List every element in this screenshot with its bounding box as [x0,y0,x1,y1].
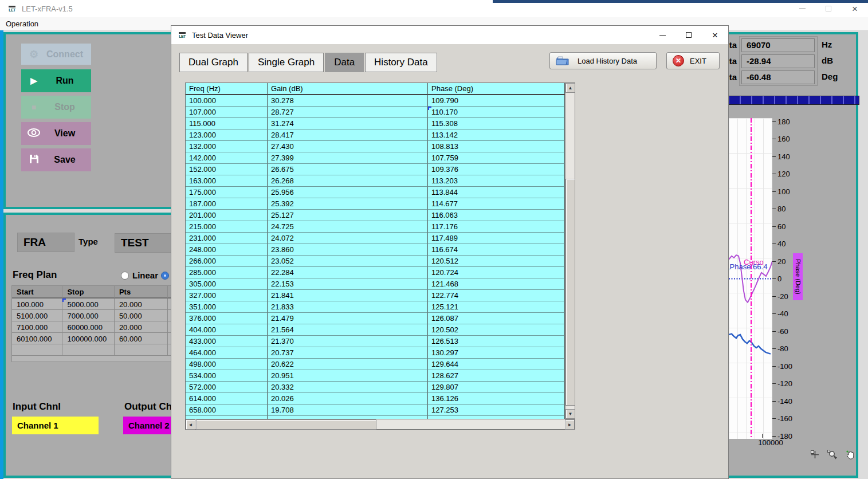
table-cell[interactable]: 187.000 [186,198,268,210]
table-cell[interactable]: 136.126 [428,393,565,405]
plan-cell[interactable]: 60100.000 [12,333,62,344]
table-cell[interactable]: 23.860 [268,244,428,256]
plan-cell[interactable]: 5000.000 [62,299,114,310]
table-cell[interactable]: 113.142 [428,129,565,141]
pan-hand-tool-icon[interactable] [846,450,856,460]
table-cell[interactable]: 658.000 [186,405,268,416]
table-cell[interactable]: 201.000 [186,210,268,221]
input-channel-select[interactable]: Channel 1 [12,417,99,434]
table-cell[interactable]: 109.790 [428,95,565,107]
table-cell[interactable]: 534.000 [186,370,268,382]
table-cell[interactable]: 120.724 [428,267,565,278]
table-cell[interactable]: 351.000 [186,301,268,313]
run-button[interactable]: ▶ Run [21,69,91,92]
radio-linear-circle-icon[interactable] [121,272,129,280]
table-cell[interactable]: 26.268 [268,175,428,187]
crosshair-tool-icon[interactable] [810,450,820,460]
table-cell[interactable]: 22.284 [268,267,428,278]
horizontal-scrollbar[interactable]: ◄ ► [186,419,575,429]
table-cell[interactable]: 305.000 [186,278,268,290]
scroll-left-button[interactable]: ◄ [186,419,195,430]
table-cell[interactable]: 126.513 [428,336,565,347]
connect-button[interactable]: ⚙ Connect [21,44,91,65]
stop-button[interactable]: ■ Stop [21,96,91,119]
table-cell[interactable]: 113.203 [428,175,565,187]
plan-cell[interactable] [12,344,62,356]
table-cell[interactable]: 266.000 [186,256,268,267]
radio-linear[interactable]: Linear [121,270,158,280]
menu-operation[interactable]: Operation [6,19,38,28]
table-cell[interactable]: 498.000 [186,359,268,370]
table-cell[interactable]: 117.489 [428,233,565,244]
table-cell[interactable]: 107.000 [186,107,268,118]
table-cell[interactable]: 404.000 [186,324,268,336]
table-cell[interactable]: 129.644 [428,359,565,370]
radio-log-circle-icon[interactable] [161,272,169,280]
zoom-tool-icon[interactable] [827,450,838,460]
table-cell[interactable]: 109.376 [428,164,565,175]
plan-cell[interactable]: 60.000 [115,333,168,344]
maximize-button[interactable] [815,0,842,17]
dialog-minimize-button[interactable] [649,26,675,44]
plan-cell[interactable]: 60000.000 [62,321,114,333]
table-cell[interactable]: 21.833 [268,301,428,313]
table-cell[interactable]: 464.000 [186,347,268,359]
dialog-maximize-button[interactable] [675,26,702,44]
table-cell[interactable]: 110.170 [428,107,565,118]
plan-cell[interactable]: 7000.000 [62,310,114,321]
exit-button[interactable]: ✕ EXIT [666,52,720,69]
table-cell[interactable]: 120.512 [428,256,565,267]
save-button[interactable]: Save [21,148,91,171]
table-cell[interactable]: 130.297 [428,347,565,359]
plan-cell[interactable]: 7100.000 [12,321,62,333]
table-cell[interactable]: 21.841 [268,290,428,301]
table-cell[interactable]: 175.000 [186,187,268,198]
table-cell[interactable]: 108.813 [428,141,565,152]
close-button[interactable]: × [842,0,868,17]
table-cell[interactable]: 28.727 [268,107,428,118]
table-cell[interactable]: 24.072 [268,233,428,244]
tab-data[interactable]: Data [325,53,364,72]
header-freq[interactable]: Freq (Hz) [186,83,268,95]
delta-value-box[interactable]: -60.48 [741,70,815,84]
load-history-data-button[interactable]: Load History Data [549,52,657,69]
table-cell[interactable]: 25.392 [268,198,428,210]
table-cell[interactable]: 121.468 [428,278,565,290]
table-cell[interactable]: 572.000 [186,382,268,393]
plan-cell[interactable] [62,344,114,356]
table-cell[interactable]: 22.153 [268,278,428,290]
table-cell[interactable]: 115.308 [428,118,565,129]
delta-value-box[interactable]: -28.94 [741,54,815,68]
table-cell[interactable]: 122.774 [428,290,565,301]
table-cell[interactable]: 25.127 [268,210,428,221]
table-cell[interactable]: 20.951 [268,370,428,382]
table-cell[interactable]: 20.737 [268,347,428,359]
table-cell[interactable]: 120.502 [428,324,565,336]
dialog-close-button[interactable]: × [702,26,728,44]
phase-graph-plot[interactable]: Curso ,Phase:66.4 [729,118,772,439]
table-cell[interactable]: 376.000 [186,313,268,324]
table-cell[interactable]: 117.176 [428,221,565,233]
tab-history-data[interactable]: History Data [365,53,437,72]
minimize-button[interactable] [789,0,815,17]
table-cell[interactable]: 25.956 [268,187,428,198]
table-cell[interactable]: 27.399 [268,152,428,164]
table-cell[interactable]: 23.052 [268,256,428,267]
plan-cell[interactable]: 100.000 [12,299,62,310]
table-cell[interactable]: 116.674 [428,244,565,256]
table-cell[interactable]: 248.000 [186,244,268,256]
plan-cell[interactable]: 5100.000 [12,310,62,321]
tab-single-graph[interactable]: Single Graph [249,53,324,72]
table-cell[interactable]: 127.253 [428,405,565,416]
table-cell[interactable]: 215.000 [186,221,268,233]
table-cell[interactable]: 129.807 [428,382,565,393]
plan-cell[interactable] [115,344,168,356]
table-cell[interactable]: 20.332 [268,382,428,393]
table-cell[interactable]: 614.000 [186,393,268,405]
table-cell[interactable]: 21.370 [268,336,428,347]
vertical-scrollbar[interactable]: ▲ ▼ [565,83,575,419]
table-cell[interactable]: 107.759 [428,152,565,164]
table-cell[interactable]: 327.000 [186,290,268,301]
plan-cell[interactable]: 100000.000 [62,333,114,344]
table-cell[interactable]: 21.479 [268,313,428,324]
